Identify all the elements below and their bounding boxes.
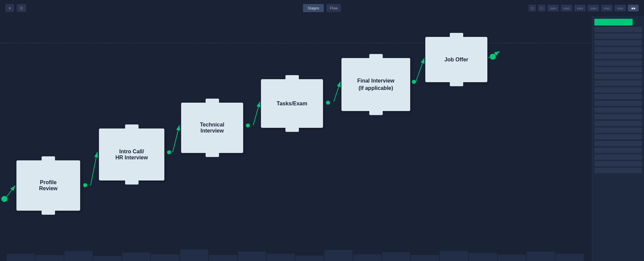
- right-panel-item-5[interactable]: [594, 54, 642, 59]
- toolbar-center: Stages Flow: [303, 4, 341, 12]
- bar-chart: [0, 248, 590, 261]
- technical-interview-node[interactable]: TechnicalInterview: [181, 103, 243, 153]
- intro-call-label: Intro Call/HR Interview: [115, 149, 148, 161]
- right-panel-item-8[interactable]: [594, 74, 642, 79]
- job-offer-node[interactable]: Job Offer: [425, 37, 487, 82]
- bar-10: [267, 254, 295, 261]
- right-panel-item-18[interactable]: [594, 141, 642, 146]
- toolbar-action-2[interactable]: □: [538, 5, 545, 11]
- arrows-svg: [0, 16, 644, 261]
- right-panel-item-22[interactable]: [594, 168, 642, 173]
- technical-interview-label: TechnicalInterview: [200, 122, 224, 134]
- profile-review-label: ProfileReview: [39, 179, 57, 192]
- bar-7: [180, 249, 208, 261]
- job-offer-label: Job Offer: [444, 57, 468, 63]
- intro-call-right-connector[interactable]: [167, 150, 171, 154]
- canvas: ProfileReview Intro Call/HR Interview Te…: [0, 16, 644, 261]
- toolbar-right: □ □ ▭▭ ▭▭ ▭▭ ▭▭ ▭▭ ▭▭ ■■: [529, 5, 639, 11]
- technical-interview-tab-bottom: [206, 153, 219, 157]
- right-panel-item-17[interactable]: [594, 134, 642, 140]
- tasks-exam-node[interactable]: Tasks/Exam: [261, 79, 323, 128]
- profile-review-left-connector[interactable]: [1, 196, 7, 202]
- bar-5: [122, 253, 150, 261]
- bar-8: [209, 255, 237, 261]
- bar-3: [64, 251, 93, 261]
- right-panel-item-15[interactable]: [594, 121, 642, 126]
- bar-6: [151, 254, 179, 261]
- bar-12: [324, 250, 353, 261]
- bar-9: [238, 252, 266, 261]
- right-panel-item-16[interactable]: [594, 127, 642, 133]
- bar-14: [382, 252, 410, 261]
- tasks-exam-label: Tasks/Exam: [277, 101, 307, 107]
- profile-review-tab-top: [42, 156, 55, 160]
- dashed-line: [0, 43, 590, 43]
- svg-line-2: [173, 125, 179, 152]
- profile-review-tab-bottom: [42, 211, 55, 215]
- final-interview-right-connector[interactable]: [412, 80, 416, 84]
- right-panel-item-4[interactable]: [594, 47, 642, 52]
- bar-13: [353, 254, 381, 261]
- job-offer-right-connector[interactable]: [490, 54, 496, 60]
- right-panel-item-11[interactable]: [594, 94, 642, 99]
- bar-19: [527, 252, 555, 261]
- intro-call-node[interactable]: Intro Call/HR Interview: [99, 128, 164, 180]
- stages-tab[interactable]: Stages: [303, 4, 324, 12]
- right-panel-item-3[interactable]: [594, 40, 642, 46]
- bar-16: [440, 251, 468, 261]
- toolbar-action-6[interactable]: ▭▭: [588, 5, 599, 11]
- right-panel-item-14[interactable]: [594, 114, 642, 119]
- intro-call-tab-top: [125, 124, 139, 128]
- flow-tab[interactable]: Flow: [327, 4, 341, 12]
- technical-interview-right-connector[interactable]: [246, 123, 250, 127]
- svg-line-5: [416, 58, 424, 82]
- toolbar-action-4[interactable]: ▭▭: [561, 5, 572, 11]
- right-panel-item-2[interactable]: [594, 34, 642, 39]
- code-button[interactable]: ⟨⟩: [17, 4, 26, 12]
- right-panel-item-12[interactable]: [594, 101, 642, 106]
- right-panel-item-1[interactable]: [594, 27, 642, 32]
- toolbar-action-7[interactable]: ▭▭: [601, 5, 612, 11]
- toolbar-action-8[interactable]: ▭▭: [614, 5, 626, 11]
- technical-interview-tab-top: [206, 99, 219, 103]
- toolbar: ≡ ⟨⟩ Stages Flow □ □ ▭▭ ▭▭ ▭▭ ▭▭ ▭▭ ▭▭ ■…: [0, 0, 644, 16]
- svg-line-1: [91, 152, 97, 186]
- job-offer-tab-bottom: [450, 82, 463, 86]
- bar-15: [411, 255, 439, 261]
- tasks-exam-tab-bottom: [285, 128, 299, 132]
- job-offer-tab-top: [450, 33, 463, 37]
- svg-line-4: [334, 82, 340, 102]
- svg-line-3: [253, 102, 260, 125]
- final-interview-node[interactable]: Final Interview(If applicable): [341, 58, 410, 111]
- right-panel-item-6[interactable]: [594, 60, 642, 66]
- final-interview-tab-top: [369, 54, 383, 58]
- toolbar-action-3[interactable]: ▭▭: [547, 5, 559, 11]
- right-panel-highlight-item[interactable]: [594, 19, 633, 25]
- right-panel-item-9[interactable]: [594, 81, 642, 86]
- bar-4: [93, 256, 121, 261]
- bar-1: [7, 254, 35, 261]
- right-panel-item-13[interactable]: [594, 107, 642, 113]
- final-interview-tab-bottom: [369, 111, 383, 115]
- toolbar-action-5[interactable]: ▭▭: [574, 5, 586, 11]
- toolbar-action-1[interactable]: □: [529, 5, 536, 11]
- bar-18: [498, 255, 526, 261]
- toolbar-action-active[interactable]: ■■: [628, 5, 639, 11]
- right-panel-item-20[interactable]: [594, 154, 642, 160]
- bar-20: [555, 254, 584, 261]
- tasks-exam-tab-top: [285, 75, 299, 79]
- toolbar-left: ≡ ⟨⟩: [5, 4, 26, 12]
- tasks-exam-right-connector[interactable]: [326, 101, 330, 105]
- right-panel-item-19[interactable]: [594, 148, 642, 153]
- bar-17: [469, 253, 497, 261]
- right-panel-item-7[interactable]: [594, 67, 642, 72]
- menu-button[interactable]: ≡: [5, 4, 14, 12]
- profile-review-right-connector[interactable]: [83, 183, 87, 187]
- intro-call-tab-bottom: [125, 180, 139, 185]
- profile-review-node[interactable]: ProfileReview: [16, 160, 80, 211]
- final-interview-label: Final Interview(If applicable): [357, 77, 394, 92]
- right-panel-item-10[interactable]: [594, 87, 642, 93]
- right-panel: [592, 16, 644, 261]
- right-panel-item-21[interactable]: [594, 161, 642, 166]
- bar-2: [36, 255, 64, 261]
